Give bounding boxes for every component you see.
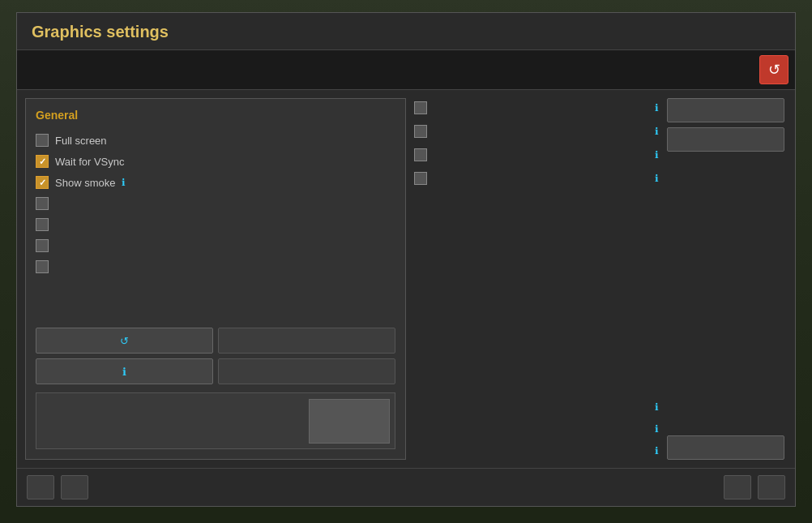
cb6-row [36, 237, 395, 255]
right-info-1[interactable]: ℹ [655, 102, 659, 114]
bottom-right-btn-2[interactable] [758, 475, 785, 499]
right-cb-4[interactable] [414, 172, 427, 185]
right-section: ℹ ℹ ℹ ℹ [406, 98, 787, 460]
right-row-7: ℹ [414, 442, 659, 460]
cb4-checkbox[interactable] [36, 197, 49, 210]
right-cb-2[interactable] [414, 125, 427, 138]
cb5-checkbox[interactable] [36, 218, 49, 231]
vsync-row: Wait for VSync [36, 152, 395, 170]
right-btn-1[interactable] [667, 98, 784, 122]
right-row-6: ℹ [414, 420, 659, 438]
right-row-2: ℹ [414, 122, 659, 141]
right-info-3[interactable]: ℹ [655, 149, 659, 161]
preview-section [36, 392, 395, 449]
controls-row-2: ℹ [36, 358, 395, 384]
right-cb-3[interactable] [414, 148, 427, 161]
bottom-right-btn-1[interactable] [724, 475, 751, 499]
smoke-label: Show smoke [55, 177, 115, 189]
right-row-1: ℹ [414, 98, 659, 118]
right-row-4: ℹ [414, 169, 659, 188]
left-panel: General Full screen Wait for VSync Show … [25, 98, 406, 460]
right-info-6[interactable]: ℹ [655, 423, 659, 435]
bottom-left-btn-1[interactable] [27, 475, 54, 499]
right-row-5: ℹ [414, 398, 659, 416]
info-button[interactable]: ℹ [36, 358, 213, 384]
right-info-5[interactable]: ℹ [655, 401, 659, 413]
refresh-icon: ↺ [120, 335, 129, 347]
bottom-left-btn-2[interactable] [61, 475, 88, 499]
general-section-title: General [36, 109, 395, 122]
dropdown-1[interactable] [218, 328, 395, 354]
toolbar: ↺ [17, 50, 795, 90]
right-row-3: ℹ [414, 145, 659, 165]
smoke-info-icon[interactable]: ℹ [122, 177, 126, 188]
right-buttons-area [667, 98, 787, 460]
controls-row-1: ↺ [36, 328, 395, 354]
right-cb-1[interactable] [414, 101, 427, 114]
fullscreen-checkbox[interactable] [36, 134, 49, 147]
fullscreen-label: Full screen [55, 135, 107, 147]
right-info-2[interactable]: ℹ [655, 126, 659, 137]
right-btn-2[interactable] [667, 127, 784, 152]
bottom-bar [17, 468, 795, 506]
reset-icon: ↺ [768, 61, 780, 79]
cb7-row [36, 258, 395, 276]
info-btn-icon: ℹ [122, 366, 126, 378]
refresh-button[interactable]: ↺ [36, 328, 213, 354]
graphics-settings-dialog: Graphics settings ↺ General Full screen … [16, 12, 796, 507]
dialog-title: Graphics settings [17, 13, 795, 50]
dropdown-2[interactable] [218, 358, 395, 384]
vsync-checkbox[interactable] [36, 155, 49, 168]
cb7-checkbox[interactable] [36, 260, 49, 273]
right-btn-3[interactable] [667, 435, 784, 460]
content-area: General Full screen Wait for VSync Show … [17, 90, 795, 468]
cb4-row [36, 195, 395, 212]
vsync-label: Wait for VSync [55, 156, 124, 168]
right-list-area: ℹ ℹ ℹ ℹ [414, 98, 659, 460]
fullscreen-row: Full screen [36, 131, 395, 149]
cb5-row [36, 216, 395, 234]
right-info-7[interactable]: ℹ [655, 445, 659, 457]
smoke-row: Show smoke ℹ [36, 174, 395, 191]
preview-box [309, 399, 390, 444]
cb6-checkbox[interactable] [36, 239, 49, 252]
reset-button[interactable]: ↺ [759, 55, 788, 84]
right-info-4[interactable]: ℹ [655, 173, 659, 184]
smoke-checkbox[interactable] [36, 176, 49, 189]
